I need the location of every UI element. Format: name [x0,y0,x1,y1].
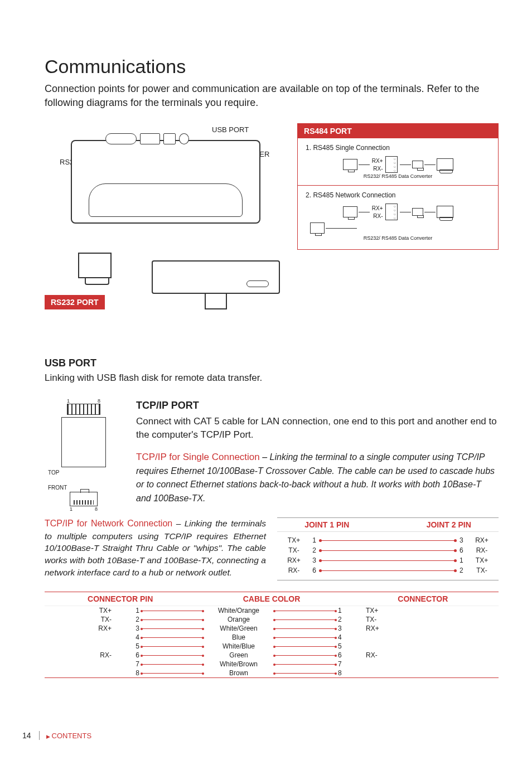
usb-port-label: USB PORT [212,125,249,134]
converter-icon [385,204,398,220]
connector-pin-header: CONNECTOR PIN [45,594,196,603]
power-port-icon [179,133,189,144]
terminal-icon [343,206,357,217]
rs485-single-title: 1. RS485 Single Connection [306,144,490,152]
connector-header: CONNECTOR [347,594,499,603]
tcpip-net-lead: TCP/IP for Network Connection [45,519,172,528]
diagram-row: USB PORT TCP/IP PORT RS232/RS485 SERIAL … [45,123,499,335]
device-stand-icon [205,293,227,309]
db9-port-icon [105,133,137,144]
converter-icon [385,156,398,173]
device-front-icon [152,260,280,294]
handle-icon [246,280,269,287]
page-number: 14 [22,731,40,740]
rj45-front-icon [70,492,98,506]
terminal-icon [343,159,357,170]
joint-row: TX-26RX- [277,545,499,555]
cable-row: 4Blue4 [45,633,499,642]
pin-1-label: 1 [70,506,72,512]
rs485-network-title: 2. RS485 Network Connection [306,191,490,199]
cable-row: TX+1White/Orange1TX+ [45,606,499,615]
intro-text: Connection points for power and communic… [45,82,499,110]
usb-port-heading: USB PORT [45,357,499,369]
converter-label: RS232/ RS485 Data Converter [306,174,490,180]
pc-icon [437,206,453,218]
usb-port-icon [163,133,176,144]
converter-label: RS232/ RS485 Data Converter [306,236,490,241]
joint2-header: JOINT 2 PIN [399,517,499,532]
tcpip-desc: Connect with CAT 5 cable for LAN connect… [136,415,499,442]
rj45-top-box-icon [61,417,106,467]
rj45-top-pins-icon [67,404,100,415]
rj45-diagram: 18 TOP FRONT 18 [45,398,123,512]
rs484-panel: RS484 PORT 1. RS485 Single Connection RX… [297,123,499,250]
pin-8-label: 8 [98,398,100,404]
joint-row: TX+13RX+ [277,535,499,545]
tcpip-row: 18 TOP FRONT 18 TCP/IP PORT Connect with… [45,398,499,512]
rxm-label: RX- [370,213,383,219]
cable-row: 5White/Blue5 [45,642,499,651]
cable-row: 7White/Brown7 [45,660,499,669]
joint-pin-table: JOINT 1 PIN JOINT 2 PIN TX+13RX+TX-26RX-… [277,517,499,580]
joint1-header: JOINT 1 PIN [277,517,377,532]
diagram-left: USB PORT TCP/IP PORT RS232/RS485 SERIAL … [45,123,286,335]
cable-row: TX-2Orange2TX- [45,615,499,624]
page-footer: 14 ▶CONTENTS [22,731,91,740]
page-title: Communications [45,56,499,78]
contents-link[interactable]: ▶CONTENTS [46,732,92,740]
rj45-port-icon [140,133,160,144]
cable-color-header: CABLE COLOR [196,594,347,603]
tcpip-single-lead: TCP/IP for Single Connection [136,452,260,462]
cable-row: RX+3White/Green3RX+ [45,624,499,633]
pin-1-label: 1 [67,398,70,404]
terminal-icon [310,222,325,234]
rxp-label: RX+ [370,158,383,164]
monitor-icon [78,253,112,278]
usb-port-desc: Linking with USB flash disk for remote d… [45,371,499,385]
joint-row: RX+31TX+ [277,555,499,565]
pin-8-label: 8 [95,506,98,512]
contents-label: CONTENTS [52,732,92,740]
cable-row: RX-6Green6RX- [45,651,499,660]
rs484-header: RS484 PORT [298,124,498,138]
rxp-label: RX+ [370,205,383,211]
tcpip-heading: TCP/IP PORT [136,398,499,413]
diagram-right: RS484 PORT 1. RS485 Single Connection RX… [297,123,499,335]
tcpip-network-text: TCP/IP for Network Connection – Linking … [45,517,266,580]
plug-icon [412,208,423,216]
cable-row: 8Brown8 [45,669,499,677]
triangle-icon: ▶ [46,734,50,739]
tcpip-network-row: TCP/IP for Network Connection – Linking … [45,517,499,580]
rs232-port-badge: RS232 PORT [45,295,105,309]
rxm-label: RX- [370,166,383,172]
rj45-top-label: TOP [45,469,123,476]
plug-icon [412,161,423,168]
connector-cable-table: CONNECTOR PIN CABLE COLOR CONNECTOR TX+1… [45,592,499,678]
tcpip-text: TCP/IP PORT Connect with CAT 5 cable for… [136,398,499,512]
device-outline-icon [89,183,243,217]
pc-icon [437,158,453,171]
joint-row: RX-62TX- [277,565,499,575]
device-top-view [71,140,260,224]
